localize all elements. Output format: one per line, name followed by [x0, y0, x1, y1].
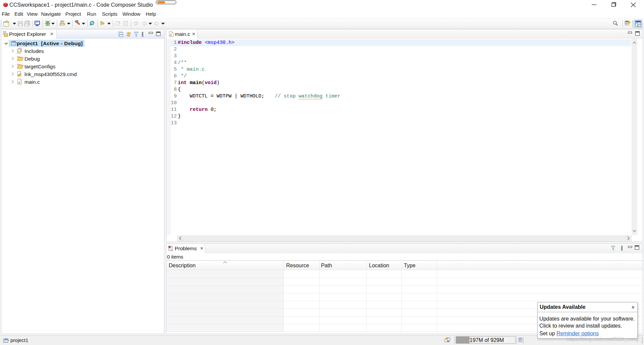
svg-text:h: h — [18, 51, 19, 54]
svg-text:.c: .c — [169, 33, 172, 37]
svg-text:ccs: ccs — [13, 40, 16, 42]
svg-text:ccs: ccs — [5, 338, 8, 340]
svg-text:.c: .c — [18, 81, 20, 84]
